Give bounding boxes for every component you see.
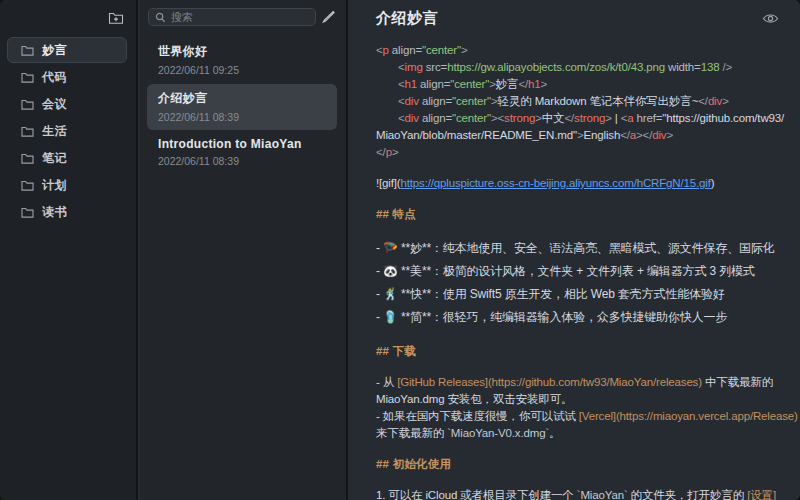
editor-line: ![gif](https://qpluspicture.oss-cn-beiji…	[376, 175, 796, 192]
folder-icon	[21, 153, 34, 164]
editor-line: MiaoYan/blob/master/README_EN.md">Englis…	[376, 127, 796, 144]
note-list-item[interactable]: 介绍妙言2022/06/11 08:39	[147, 84, 337, 130]
note-item-title: 世界你好	[158, 43, 326, 60]
note-item-date: 2022/06/11 08:39	[158, 155, 326, 167]
new-folder-button[interactable]	[106, 8, 126, 28]
sidebar-item-folder[interactable]: 笔记	[7, 145, 127, 171]
editor-line: 来下载最新的 `MiaoYan-V0.x.dmg`。	[376, 425, 796, 442]
folder-icon	[21, 99, 34, 110]
editor-pane[interactable]: 介绍妙言 <p align="center"><img src=https://…	[350, 0, 800, 500]
editor-line: <h1 align="center">妙言</h1>	[376, 76, 796, 93]
editor-line: <p align="center">	[376, 42, 796, 59]
editor-line: - 🪂 **妙**：纯本地使用、安全、语法高亮、黑暗模式、源文件保存、国际化	[376, 237, 796, 260]
folder-icon	[21, 72, 34, 83]
folder-label: 会议	[42, 96, 67, 113]
editor-line: ## 下载	[376, 343, 796, 360]
editor-line: - 如果在国内下载速度很慢，你可以试试 [Vercel](https://mia…	[376, 408, 796, 425]
editor-blank-line	[376, 329, 796, 343]
editor-line: MiaoYan.dmg 安装包，双击安装即可。	[376, 391, 796, 408]
folder-label: 读书	[42, 204, 67, 221]
editor-blank-line	[376, 223, 796, 237]
sidebar-item-folder[interactable]: 计划	[7, 172, 127, 198]
note-item-date: 2022/06/11 09:25	[158, 64, 326, 76]
note-list-pane: 世界你好2022/06/11 09:25介绍妙言2022/06/11 08:39…	[140, 0, 348, 500]
folder-icon	[21, 207, 34, 218]
editor-line: ## 初始化使用	[376, 456, 796, 473]
note-list-item[interactable]: Introduction to MiaoYan2022/06/11 08:39	[147, 131, 337, 174]
sidebar-item-folder[interactable]: 生活	[7, 118, 127, 144]
folder-icon	[21, 126, 34, 137]
note-list: 世界你好2022/06/11 09:25介绍妙言2022/06/11 08:39…	[140, 36, 344, 175]
editor-line: <div align="center">轻灵的 Markdown 笔记本伴你写出…	[376, 93, 796, 110]
note-item-title: Introduction to MiaoYan	[158, 137, 326, 151]
sidebar-item-folder[interactable]: 妙言	[7, 37, 127, 63]
editor-line: 1. 可以在 iCloud 或者根目录下创建一个 `MiaoYan` 的文件夹，…	[376, 487, 796, 500]
editor-blank-line	[376, 161, 796, 175]
editor-blank-line	[376, 473, 796, 487]
folder-label: 代码	[42, 69, 67, 86]
editor-line: - 从 [GitHub Releases](https://github.com…	[376, 374, 796, 391]
note-item-date: 2022/06/11 08:39	[158, 111, 326, 123]
folder-label: 生活	[42, 123, 67, 140]
editor-blank-line	[376, 360, 796, 374]
new-folder-icon	[108, 11, 124, 25]
editor-line: </p>	[376, 144, 796, 161]
pencil-icon	[321, 10, 335, 24]
folder-label: 笔记	[42, 150, 67, 167]
sidebar-item-folder[interactable]: 代码	[7, 64, 127, 90]
folder-list: 妙言代码会议生活笔记计划读书	[0, 36, 134, 226]
folder-icon	[21, 180, 34, 191]
search-box[interactable]	[148, 8, 316, 26]
sidebar-item-folder[interactable]: 读书	[7, 199, 127, 225]
eye-icon	[762, 12, 779, 25]
editor-line: <img src=https://gw.alipayobjects.com/zo…	[376, 59, 796, 76]
editor-line: <div align="center"><strong>中文</strong> …	[376, 110, 796, 127]
sidebar-item-folder[interactable]: 会议	[7, 91, 127, 117]
search-input[interactable]	[171, 11, 309, 23]
folder-label: 计划	[42, 177, 67, 194]
editor-blank-line	[376, 192, 796, 206]
folder-sidebar: 妙言代码会议生活笔记计划读书	[0, 0, 138, 500]
editor-line: - 🕺 **快**：使用 Swift5 原生开发，相比 Web 套壳方式性能体验…	[376, 283, 796, 306]
editor-line: - 🩴 **简**：很轻巧，纯编辑器输入体验，众多快捷键助你快人一步	[376, 306, 796, 329]
folder-icon	[21, 45, 34, 56]
folder-label: 妙言	[42, 42, 67, 59]
editor-line: ## 特点	[376, 206, 796, 223]
note-item-title: 介绍妙言	[158, 90, 326, 107]
search-icon	[155, 12, 166, 23]
preview-button[interactable]	[760, 10, 780, 26]
editor-line: - 🐼 **美**：极简的设计风格，文件夹 + 文件列表 + 编辑器方式 3 列…	[376, 260, 796, 283]
editor-blank-line	[376, 442, 796, 456]
editor-content[interactable]: <p align="center"><img src=https://gw.al…	[350, 42, 800, 500]
new-note-button[interactable]	[318, 8, 338, 26]
note-list-item[interactable]: 世界你好2022/06/11 09:25	[147, 37, 337, 83]
note-title: 介绍妙言	[376, 9, 438, 28]
miaoyan-window: 妙言代码会议生活笔记计划读书 世界你好2022/06/11 09:25介绍妙言2…	[0, 0, 800, 500]
